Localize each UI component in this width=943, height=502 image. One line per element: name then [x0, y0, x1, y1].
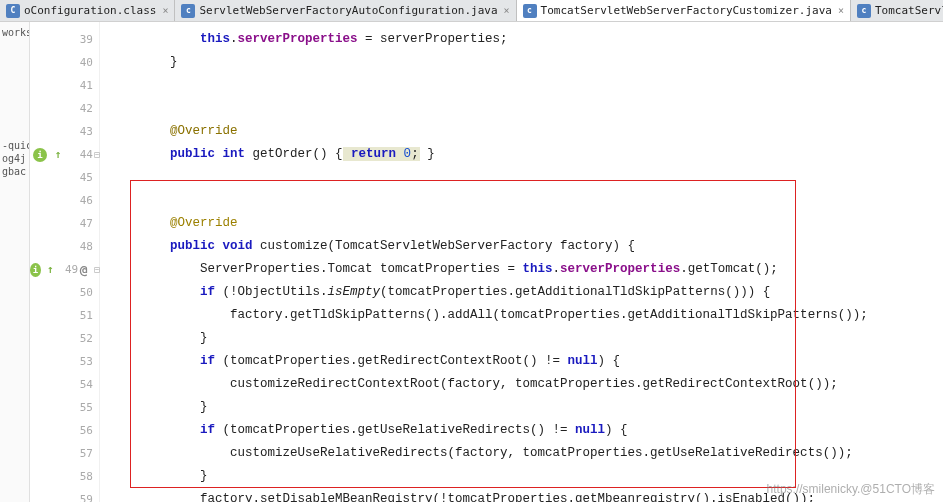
line-number: 47 — [69, 217, 93, 230]
tab-tomcatservlet-partial[interactable]: c TomcatServlet — [851, 0, 943, 21]
code-line: @Override — [100, 212, 943, 235]
code-line: } — [100, 396, 943, 419]
gutter-line: i↑49@⊟ — [30, 258, 99, 281]
line-number: 43 — [69, 125, 93, 138]
tab-label: ServletWebServerFactoryAutoConfiguration… — [199, 4, 497, 17]
close-icon[interactable]: × — [838, 5, 844, 16]
gutter-line: 42 — [30, 97, 99, 120]
tab-tomcatservletwebserverfactorycustomizer[interactable]: c TomcatServletWebServerFactoryCustomize… — [517, 0, 851, 21]
implements-arrow-icon[interactable]: ↑ — [51, 148, 65, 162]
code-line — [100, 166, 943, 189]
java-file-icon: c — [181, 4, 195, 18]
gutter-line: 55 — [30, 396, 99, 419]
line-number: 44 — [69, 148, 93, 161]
code-line: this.serverProperties = serverProperties… — [100, 28, 943, 51]
gutter-line: 46 — [30, 189, 99, 212]
gutter-line: 43 — [30, 120, 99, 143]
tab-servletwebserverfactoryautoconfiguration[interactable]: c ServletWebServerFactoryAutoConfigurati… — [175, 0, 516, 21]
line-number: 46 — [69, 194, 93, 207]
java-file-icon: c — [857, 4, 871, 18]
code-line — [100, 74, 943, 97]
line-number: 42 — [69, 102, 93, 115]
java-file-icon: c — [523, 4, 537, 18]
line-number: 54 — [69, 378, 93, 391]
sidebar-item[interactable]: workspe — [0, 26, 29, 39]
line-number: 52 — [69, 332, 93, 345]
gutter-line: 56 — [30, 419, 99, 442]
code-line: ServerProperties.Tomcat tomcatProperties… — [100, 258, 943, 281]
code-line: if (tomcatProperties.getRedirectContextR… — [100, 350, 943, 373]
code-line: public int getOrder() { return 0; } — [100, 143, 943, 166]
code-line: customizeUseRelativeRedirects(factory, t… — [100, 442, 943, 465]
code-line: @Override — [100, 120, 943, 143]
editor[interactable]: 3940414243i↑44⊟45464748i↑49@⊟50515253545… — [30, 22, 943, 502]
code-line: factory.getTldSkipPatterns().addAll(tomc… — [100, 304, 943, 327]
class-file-icon: C — [6, 4, 20, 18]
tab-oconfiguration[interactable]: C oConfiguration.class × — [0, 0, 175, 21]
line-number: 55 — [69, 401, 93, 414]
editor-tabs-bar: C oConfiguration.class × c ServletWebSer… — [0, 0, 943, 22]
gutter-line: 51 — [30, 304, 99, 327]
gutter-line: 58 — [30, 465, 99, 488]
line-number: 48 — [69, 240, 93, 253]
line-number: 40 — [69, 56, 93, 69]
line-number: 50 — [69, 286, 93, 299]
override-marker-icon[interactable]: i — [33, 148, 47, 162]
code-line: if (!ObjectUtils.isEmpty(tomcatPropertie… — [100, 281, 943, 304]
gutter-line: 53 — [30, 350, 99, 373]
line-number: 56 — [69, 424, 93, 437]
code-line: customizeRedirectContextRoot(factory, to… — [100, 373, 943, 396]
line-number: 41 — [69, 79, 93, 92]
line-number: 53 — [69, 355, 93, 368]
sidebar-item[interactable]: gbac — [0, 165, 29, 178]
watermark: https://smilenicky.@51CTO博客 — [767, 481, 935, 498]
line-number: 45 — [69, 171, 93, 184]
line-number: 51 — [69, 309, 93, 322]
tab-label: TomcatServletWebServerFactoryCustomizer.… — [541, 4, 832, 17]
close-icon[interactable]: × — [162, 5, 168, 16]
close-icon[interactable]: × — [504, 5, 510, 16]
tab-label: TomcatServlet — [875, 4, 943, 17]
main-area: workspe -quick og4j gbac 3940414243i↑44⊟… — [0, 22, 943, 502]
gutter: 3940414243i↑44⊟45464748i↑49@⊟50515253545… — [30, 22, 100, 502]
gutter-line: i↑44⊟ — [30, 143, 99, 166]
sidebar-item[interactable]: -quick — [0, 139, 29, 152]
code-line: } — [100, 327, 943, 350]
at-marker-icon[interactable]: @ — [78, 263, 89, 277]
gutter-line: 48 — [30, 235, 99, 258]
sidebar-spacer — [0, 39, 29, 139]
gutter-line: 57 — [30, 442, 99, 465]
gutter-line: 59 — [30, 488, 99, 502]
code-line: public void customize(TomcatServletWebSe… — [100, 235, 943, 258]
tab-label: oConfiguration.class — [24, 4, 156, 17]
gutter-line: 54 — [30, 373, 99, 396]
code-line — [100, 97, 943, 120]
line-number: 58 — [69, 470, 93, 483]
implements-arrow-icon[interactable]: ↑ — [45, 263, 56, 277]
project-sidebar[interactable]: workspe -quick og4j gbac — [0, 22, 30, 502]
gutter-line: 47 — [30, 212, 99, 235]
line-number: 57 — [69, 447, 93, 460]
gutter-line: 52 — [30, 327, 99, 350]
line-number: 49 — [60, 263, 79, 276]
gutter-line: 39 — [30, 28, 99, 51]
gutter-line: 50 — [30, 281, 99, 304]
override-marker-icon[interactable]: i — [30, 263, 41, 277]
code-line: } — [100, 51, 943, 74]
code-line — [100, 189, 943, 212]
gutter-line: 45 — [30, 166, 99, 189]
sidebar-item[interactable]: og4j — [0, 152, 29, 165]
line-number: 59 — [69, 493, 93, 502]
gutter-line: 40 — [30, 51, 99, 74]
code-area[interactable]: this.serverProperties = serverProperties… — [100, 22, 943, 502]
code-line: if (tomcatProperties.getUseRelativeRedir… — [100, 419, 943, 442]
gutter-line: 41 — [30, 74, 99, 97]
line-number: 39 — [69, 33, 93, 46]
